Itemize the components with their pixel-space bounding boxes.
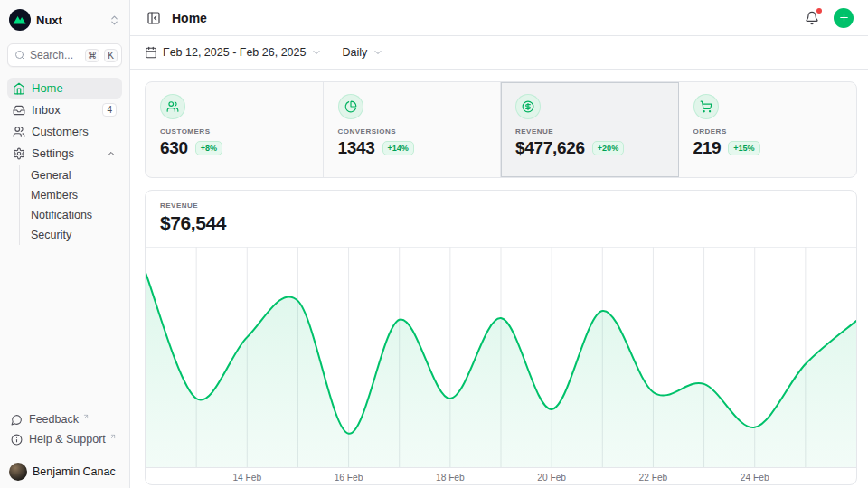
- svg-text:22 Feb: 22 Feb: [639, 473, 668, 483]
- stat-label: REVENUE: [515, 127, 664, 136]
- chart-metric-value: $76,544: [160, 212, 842, 234]
- page-title: Home: [172, 11, 794, 25]
- add-button[interactable]: [834, 8, 854, 28]
- granularity-select[interactable]: Daily: [342, 46, 383, 59]
- sidebar-collapse-button[interactable]: [145, 9, 163, 27]
- stat-value: 1343: [338, 138, 375, 158]
- circle-dollar-icon: [522, 100, 534, 113]
- svg-text:18 Feb: 18 Feb: [436, 473, 465, 483]
- calendar-icon: [145, 46, 157, 59]
- app-root: Nuxt Search... ⌘ K Home Inbox 4 Customer…: [0, 0, 868, 488]
- user-name: Benjamin Canac: [33, 465, 116, 478]
- users-icon: [166, 100, 179, 113]
- kbd-cmd: ⌘: [85, 49, 99, 62]
- stat-card-revenue[interactable]: REVENUE $477,626 +20%: [501, 82, 679, 177]
- users-icon: [13, 126, 25, 138]
- nav-label: Inbox: [32, 103, 96, 117]
- home-icon: [13, 82, 25, 95]
- shopping-cart-icon: [700, 100, 712, 113]
- sidebar-item-security[interactable]: Security: [31, 225, 122, 245]
- svg-text:14 Feb: 14 Feb: [232, 473, 261, 483]
- stat-card-customers[interactable]: CUSTOMERS 630 +8%: [146, 82, 324, 177]
- date-range-label: Feb 12, 2025 - Feb 26, 2025: [163, 46, 306, 59]
- sidebar-nav: Home Inbox 4 Customers Settings General …: [7, 78, 122, 409]
- sidebar-item-general[interactable]: General: [31, 165, 122, 185]
- filters-toolbar: Feb 12, 2025 - Feb 26, 2025 Daily: [130, 36, 868, 70]
- search-icon: [14, 50, 25, 61]
- revenue-chart-card: REVENUE $76,544 14 Feb16 Feb18 Feb20 Feb…: [145, 190, 857, 485]
- svg-text:20 Feb: 20 Feb: [537, 473, 566, 483]
- plus-icon: [838, 12, 850, 23]
- stat-label: CUSTOMERS: [160, 127, 308, 136]
- stat-value: 630: [160, 138, 188, 158]
- inbox-count-badge: 4: [102, 103, 117, 117]
- chart-metric-label: REVENUE: [160, 202, 842, 210]
- delta-badge: +8%: [195, 141, 222, 155]
- chevron-down-icon: [373, 47, 383, 58]
- sidebar-item-customers[interactable]: Customers: [7, 121, 122, 142]
- feedback-icon: [11, 414, 23, 426]
- arrow-up-right-icon: [82, 413, 90, 420]
- sidebar: Nuxt Search... ⌘ K Home Inbox 4 Customer…: [0, 0, 130, 488]
- settings-submenu: General Members Notifications Security: [19, 165, 122, 245]
- feedback-label: Feedback: [29, 413, 79, 426]
- inbox-icon: [13, 104, 25, 117]
- search-input[interactable]: Search... ⌘ K: [7, 43, 122, 67]
- nuxt-logo-icon: [9, 9, 31, 31]
- avatar: [9, 463, 27, 481]
- chevrons-up-down-icon: [108, 14, 120, 26]
- sidebar-item-settings[interactable]: Settings: [7, 143, 122, 164]
- search-placeholder: Search...: [30, 49, 80, 61]
- workspace-name: Nuxt: [36, 14, 103, 27]
- stat-value: 219: [693, 138, 722, 158]
- sidebar-item-home[interactable]: Home: [7, 78, 122, 99]
- delta-badge: +20%: [592, 141, 624, 155]
- delta-badge: +14%: [382, 141, 414, 155]
- sidebar-divider: [0, 455, 129, 455]
- sidebar-item-inbox[interactable]: Inbox 4: [7, 99, 122, 120]
- arrow-up-right-icon: [109, 433, 117, 440]
- nav-label: Home: [32, 81, 117, 95]
- panel-left-close-icon: [146, 11, 161, 25]
- revenue-area-chart[interactable]: 14 Feb16 Feb18 Feb20 Feb22 Feb24 Feb: [146, 247, 856, 485]
- help-icon: [11, 434, 23, 446]
- date-range-picker[interactable]: Feb 12, 2025 - Feb 26, 2025: [145, 46, 322, 59]
- svg-text:24 Feb: 24 Feb: [741, 473, 769, 483]
- svg-text:16 Feb: 16 Feb: [335, 473, 363, 483]
- stat-value: $477,626: [515, 138, 585, 158]
- sidebar-footer: Feedback Help & Support Benjamin Canac: [7, 409, 122, 483]
- delta-badge: +15%: [728, 141, 760, 155]
- main-area: Home Feb 12, 2025 - Feb 26, 2025 Daily: [130, 0, 868, 488]
- topbar: Home: [130, 0, 868, 36]
- gear-icon: [13, 147, 25, 160]
- chart-pie-icon: [344, 100, 357, 113]
- stat-label: ORDERS: [693, 127, 843, 136]
- stat-card-conversions[interactable]: CONVERSIONS 1343 +14%: [324, 82, 502, 177]
- nav-label: Customers: [32, 125, 117, 138]
- content: CUSTOMERS 630 +8% CONVERSIONS 1343 +14%: [130, 70, 868, 485]
- nav-label: Settings: [32, 146, 99, 160]
- sidebar-item-notifications[interactable]: Notifications: [31, 205, 122, 225]
- help-support-label: Help & Support: [29, 433, 106, 446]
- granularity-label: Daily: [342, 46, 367, 59]
- user-menu[interactable]: Benjamin Canac: [7, 461, 122, 483]
- stat-label: CONVERSIONS: [338, 127, 486, 136]
- chart-header: REVENUE $76,544: [146, 191, 856, 247]
- feedback-link[interactable]: Feedback: [7, 409, 122, 429]
- stats-row: CUSTOMERS 630 +8% CONVERSIONS 1343 +14%: [145, 81, 857, 178]
- chevron-up-icon: [106, 148, 117, 159]
- stat-card-orders[interactable]: ORDERS 219 +15%: [679, 82, 857, 177]
- sidebar-item-members[interactable]: Members: [31, 185, 122, 205]
- help-support-link[interactable]: Help & Support: [7, 429, 122, 449]
- notification-dot: [816, 8, 822, 14]
- kbd-k: K: [104, 49, 118, 62]
- workspace-switcher[interactable]: Nuxt: [7, 7, 122, 33]
- notifications-button[interactable]: [803, 9, 821, 27]
- chevron-down-icon: [311, 47, 322, 58]
